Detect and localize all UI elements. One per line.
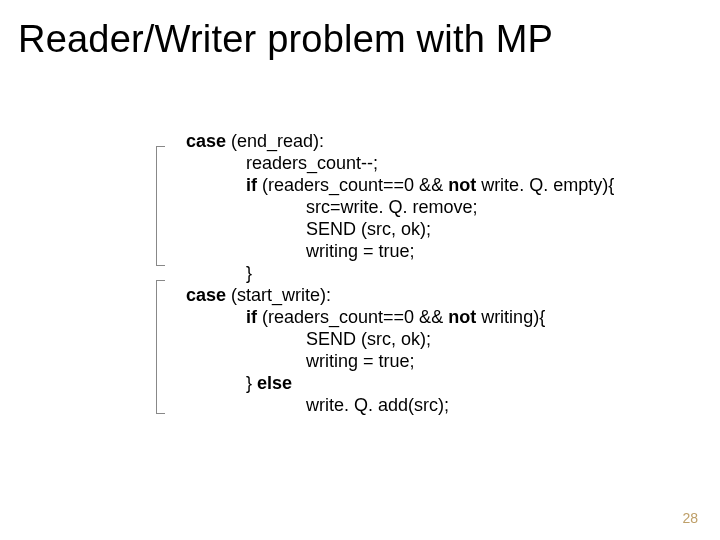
- case-bracket-end-read: [156, 146, 165, 266]
- code-text: writing = true;: [186, 351, 415, 371]
- code-text: (readers_count==0 &&: [257, 307, 448, 327]
- code-text: write. Q. add(src);: [186, 395, 449, 415]
- slide-title: Reader/Writer problem with MP: [18, 18, 553, 61]
- kw-not-2: not: [448, 307, 476, 327]
- code-text: write. Q. empty){: [476, 175, 614, 195]
- kw-case-1: case: [186, 131, 226, 151]
- code-text: }: [186, 373, 257, 393]
- kw-if-2: if: [246, 307, 257, 327]
- kw-case-2: case: [186, 285, 226, 305]
- case-bracket-start-write: [156, 280, 165, 414]
- kw-not-1: not: [448, 175, 476, 195]
- code-text: }: [186, 263, 252, 283]
- code-text: [186, 175, 246, 195]
- page-number: 28: [682, 510, 698, 526]
- code-text: (start_write):: [226, 285, 331, 305]
- code-text: SEND (src, ok);: [186, 219, 431, 239]
- code-text: src=write. Q. remove;: [186, 197, 478, 217]
- kw-if-1: if: [246, 175, 257, 195]
- code-text: readers_count--;: [186, 153, 378, 173]
- code-text: (end_read):: [226, 131, 324, 151]
- code-text: writing = true;: [186, 241, 415, 261]
- code-text: writing){: [476, 307, 545, 327]
- code-text: [186, 307, 246, 327]
- code-text: SEND (src, ok);: [186, 329, 431, 349]
- code-text: (readers_count==0 &&: [257, 175, 448, 195]
- code-block: case (end_read): readers_count--; if (re…: [186, 130, 614, 416]
- kw-else: else: [257, 373, 292, 393]
